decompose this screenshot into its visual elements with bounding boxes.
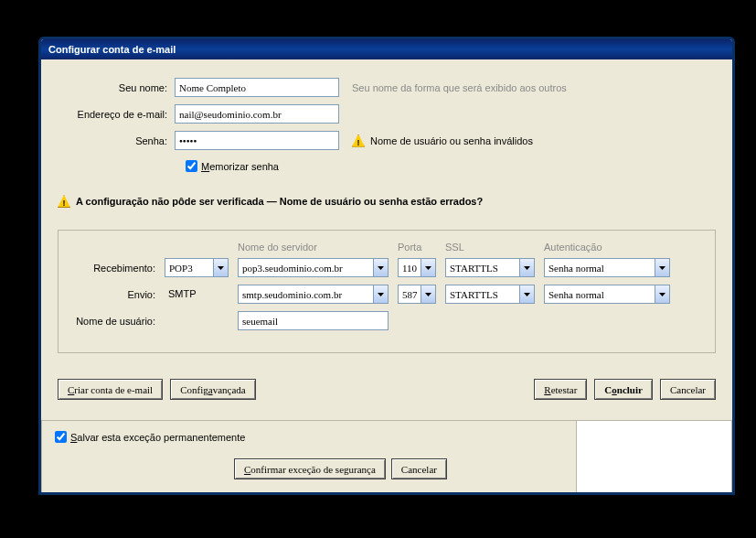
password-input[interactable]	[175, 131, 339, 150]
password-label: Senha:	[58, 135, 175, 146]
email-input[interactable]	[175, 104, 339, 124]
outgoing-protocol-value: SMTP	[165, 285, 229, 304]
advanced-config-button[interactable]: Config avançada	[170, 379, 255, 400]
incoming-ssl-select[interactable]	[445, 258, 535, 277]
dropdown-arrow-icon[interactable]	[519, 285, 534, 303]
dialog-window: Configurar conta de e-mail Seu nome: Seu…	[38, 37, 735, 495]
dropdown-arrow-icon[interactable]	[373, 259, 388, 276]
finish-button[interactable]: Concluir	[594, 379, 653, 400]
titlebar: Configurar conta de e-mail	[41, 39, 732, 59]
svg-marker-1	[378, 266, 384, 270]
dropdown-arrow-icon[interactable]	[655, 285, 669, 303]
remember-password-checkbox[interactable]	[186, 160, 197, 172]
outgoing-ssl-select[interactable]	[445, 285, 535, 304]
header-auth: Autenticação	[544, 242, 670, 253]
confirm-exception-button[interactable]: Confirmar exceção de segurança	[234, 458, 386, 479]
dropdown-arrow-icon[interactable]	[655, 259, 669, 276]
outgoing-auth-value[interactable]	[545, 285, 655, 303]
header-server: Nome do servidor	[238, 242, 398, 253]
svg-marker-0	[218, 266, 224, 270]
save-exception-checkbox[interactable]	[55, 431, 67, 443]
incoming-ssl-value[interactable]	[446, 259, 519, 276]
dropdown-arrow-icon[interactable]	[421, 285, 435, 303]
name-label: Seu nome:	[58, 82, 175, 93]
retest-button[interactable]: Retestar	[534, 379, 587, 400]
create-account-button[interactable]: Criar conta de e-mail	[58, 379, 163, 400]
cancel-exception-button[interactable]: Cancelar	[391, 458, 447, 479]
outgoing-ssl-value[interactable]	[446, 285, 519, 303]
incoming-protocol-select[interactable]	[165, 258, 229, 277]
svg-marker-2	[425, 266, 431, 270]
outgoing-server-select[interactable]	[238, 285, 389, 304]
username-label: Nome de usuário:	[71, 316, 165, 327]
incoming-server-select[interactable]	[238, 258, 389, 277]
security-exception-panel: Salvar esta exceção permanentemente Conf…	[41, 420, 732, 492]
incoming-server-value[interactable]	[239, 259, 373, 276]
incoming-label: Recebimento:	[71, 263, 165, 274]
incoming-auth-value[interactable]	[545, 259, 655, 276]
incoming-auth-select[interactable]	[544, 258, 670, 277]
dropdown-arrow-icon[interactable]	[373, 285, 388, 303]
dropdown-arrow-icon[interactable]	[213, 259, 228, 276]
password-warning: Nome de usuário ou senha inválidos	[370, 135, 533, 146]
server-settings-panel: Nome do servidor Porta SSL Autenticação …	[58, 230, 716, 353]
username-input[interactable]	[238, 311, 389, 330]
window-title: Configurar conta de e-mail	[48, 44, 176, 55]
warning-icon	[352, 134, 365, 147]
white-area	[576, 421, 731, 492]
dropdown-arrow-icon[interactable]	[519, 259, 534, 276]
save-exception-label[interactable]: Salvar esta exceção permanentemente	[70, 432, 245, 443]
cancel-button[interactable]: Cancelar	[660, 379, 716, 400]
incoming-port-select[interactable]	[398, 258, 436, 277]
config-error-message: A configuração não pôde ser verificada —…	[76, 196, 483, 207]
outgoing-port-select[interactable]	[398, 285, 436, 304]
outgoing-auth-select[interactable]	[544, 285, 670, 304]
name-hint: Seu nome da forma que será exibido aos o…	[352, 82, 567, 93]
warning-icon	[58, 195, 70, 208]
name-input[interactable]	[175, 78, 339, 97]
svg-marker-7	[524, 293, 530, 296]
remember-password-label[interactable]: Memorizar senha	[201, 161, 279, 172]
outgoing-server-value[interactable]	[239, 285, 373, 303]
svg-marker-3	[524, 266, 530, 270]
header-port: Porta	[398, 242, 445, 253]
incoming-port-value[interactable]	[399, 259, 421, 276]
svg-marker-8	[659, 293, 665, 296]
outgoing-port-value[interactable]	[399, 285, 421, 303]
svg-marker-6	[425, 293, 431, 296]
outgoing-label: Envio:	[71, 289, 165, 300]
dialog-content: Seu nome: Seu nome da forma que será exi…	[41, 59, 732, 416]
svg-marker-5	[378, 293, 384, 296]
incoming-protocol-value[interactable]	[165, 259, 213, 276]
buttons-row: Criar conta de e-mail Config avançada Re…	[58, 379, 716, 416]
svg-marker-4	[659, 266, 665, 270]
header-ssl: SSL	[445, 242, 544, 253]
dropdown-arrow-icon[interactable]	[421, 259, 435, 276]
email-label: Endereço de e-mail:	[58, 109, 175, 120]
